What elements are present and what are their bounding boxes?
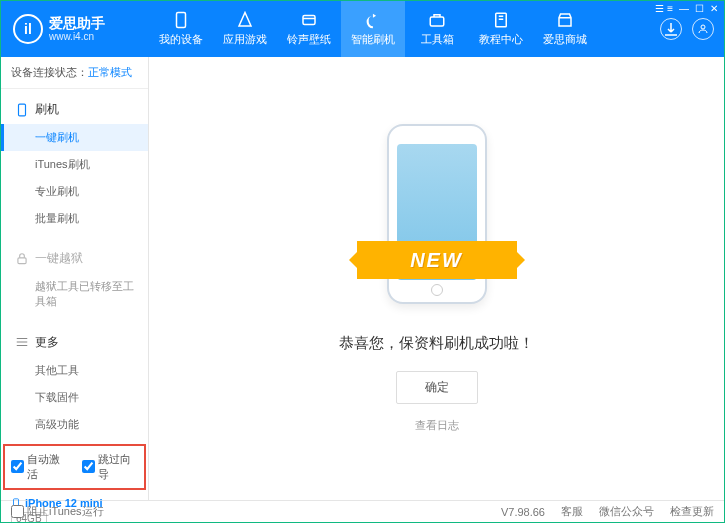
logo-icon: il (13, 14, 43, 44)
jailbreak-note: 越狱工具已转移至工具箱 (1, 273, 148, 316)
store-icon (556, 11, 574, 29)
status-label: 设备连接状态： (11, 66, 88, 78)
sidebar-header-flash-label: 刷机 (35, 101, 59, 118)
brand-url: www.i4.cn (49, 31, 105, 43)
phone-icon (15, 103, 29, 117)
nav-label: 应用游戏 (223, 32, 267, 47)
svg-rect-0 (177, 13, 186, 28)
music-icon (300, 11, 318, 29)
new-banner: NEW (357, 241, 517, 279)
lock-icon (15, 252, 29, 266)
sidebar-item-flash-0[interactable]: 一键刷机 (1, 124, 148, 151)
nav-label: 教程中心 (479, 32, 523, 47)
sidebar-header-jailbreak-label: 一键越狱 (35, 250, 83, 267)
nav-phone[interactable]: 我的设备 (149, 1, 213, 57)
book-icon (492, 11, 510, 29)
nav-refresh[interactable]: 智能刷机 (341, 1, 405, 57)
phone-illustration: NEW (372, 124, 502, 314)
nav-label: 我的设备 (159, 32, 203, 47)
sidebar-item-flash-1[interactable]: iTunes刷机 (1, 151, 148, 178)
nav-label: 爱思商城 (543, 32, 587, 47)
refresh-icon (364, 11, 382, 29)
checkbox-auto-activate-label: 自动激活 (27, 452, 68, 482)
checkbox-skip-guide[interactable]: 跳过向导 (82, 452, 139, 482)
brand: il 爱思助手 www.i4.cn (1, 14, 149, 44)
success-message: 恭喜您，保资料刷机成功啦！ (339, 334, 534, 353)
checkbox-auto-activate[interactable]: 自动激活 (11, 452, 68, 482)
sidebar-header-more-label: 更多 (35, 334, 59, 351)
main-nav: 我的设备应用游戏铃声壁纸智能刷机工具箱教程中心爱思商城 (149, 1, 597, 57)
sidebar-item-flash-3[interactable]: 批量刷机 (1, 205, 148, 232)
ok-button[interactable]: 确定 (396, 371, 478, 404)
check-update-link[interactable]: 检查更新 (670, 504, 714, 519)
svg-rect-6 (18, 257, 26, 263)
sidebar-header-flash[interactable]: 刷机 (1, 95, 148, 124)
view-log-link[interactable]: 查看日志 (415, 418, 459, 433)
nav-label: 铃声壁纸 (287, 32, 331, 47)
sidebar: 设备连接状态：正常模式 刷机 一键刷机iTunes刷机专业刷机批量刷机 一键越狱… (1, 57, 149, 500)
nav-toolbox[interactable]: 工具箱 (405, 1, 469, 57)
sidebar-item-flash-2[interactable]: 专业刷机 (1, 178, 148, 205)
sidebar-item-more-1[interactable]: 下载固件 (1, 384, 148, 411)
wechat-link[interactable]: 微信公众号 (599, 504, 654, 519)
sidebar-item-more-0[interactable]: 其他工具 (1, 357, 148, 384)
user-button[interactable] (692, 18, 714, 40)
svg-rect-1 (303, 16, 315, 25)
sidebar-header-jailbreak[interactable]: 一键越狱 (1, 244, 148, 273)
phone-icon (172, 11, 190, 29)
nav-music[interactable]: 铃声壁纸 (277, 1, 341, 57)
menu-icon (15, 335, 29, 349)
nav-book[interactable]: 教程中心 (469, 1, 533, 57)
svg-point-4 (701, 25, 705, 29)
device-status: 设备连接状态：正常模式 (1, 57, 148, 89)
nav-label: 工具箱 (421, 32, 454, 47)
status-value: 正常模式 (88, 66, 132, 78)
nav-apps[interactable]: 应用游戏 (213, 1, 277, 57)
checkbox-block-itunes[interactable]: 阻止iTunes运行 (11, 504, 104, 519)
brand-title: 爱思助手 (49, 15, 105, 32)
options-box: 自动激活 跳过向导 (3, 444, 146, 490)
checkbox-skip-guide-label: 跳过向导 (98, 452, 139, 482)
toolbox-icon (428, 11, 446, 29)
apps-icon (236, 11, 254, 29)
download-button[interactable] (660, 18, 682, 40)
main-content: NEW 恭喜您，保资料刷机成功啦！ 确定 查看日志 (149, 57, 724, 500)
nav-label: 智能刷机 (351, 32, 395, 47)
sidebar-header-more[interactable]: 更多 (1, 328, 148, 357)
svg-rect-2 (430, 17, 444, 26)
sidebar-item-more-2[interactable]: 高级功能 (1, 411, 148, 438)
nav-store[interactable]: 爱思商城 (533, 1, 597, 57)
version-label: V7.98.66 (501, 506, 545, 518)
service-link[interactable]: 客服 (561, 504, 583, 519)
app-header: ☰ ≡ — ☐ ✕ il 爱思助手 www.i4.cn 我的设备应用游戏铃声壁纸… (1, 1, 724, 57)
svg-rect-5 (19, 104, 26, 116)
checkbox-block-itunes-label: 阻止iTunes运行 (27, 504, 104, 519)
header-actions (660, 1, 714, 57)
